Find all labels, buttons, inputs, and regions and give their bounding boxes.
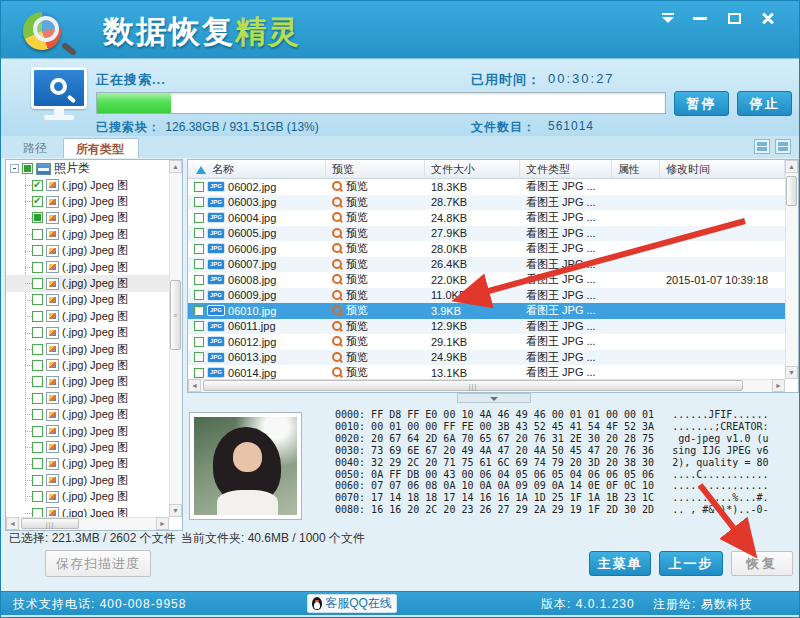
tree-item[interactable]: (.jpg) Jpeg 图 bbox=[6, 505, 169, 517]
tree-item[interactable]: (.jpg) Jpeg 图 bbox=[6, 308, 169, 324]
tree-item[interactable]: (.jpg) Jpeg 图 bbox=[6, 292, 169, 308]
tree-item-checkbox[interactable] bbox=[32, 229, 43, 240]
tree-item[interactable]: (.jpg) Jpeg 图 bbox=[6, 456, 169, 472]
tree-item-checkbox[interactable] bbox=[32, 508, 43, 518]
tree-collapse-icon[interactable] bbox=[10, 164, 19, 173]
file-checkbox[interactable] bbox=[194, 244, 204, 254]
tree-item-checkbox[interactable] bbox=[32, 376, 43, 387]
table-hscroll-thumb[interactable]: ||| bbox=[203, 380, 743, 391]
tree-item-checkbox[interactable] bbox=[32, 393, 43, 404]
tree-root-photos[interactable]: 照片类 bbox=[6, 160, 169, 177]
file-checkbox[interactable] bbox=[194, 197, 204, 207]
preview-cell[interactable]: 预览 bbox=[326, 303, 425, 319]
preview-link[interactable]: 预览 bbox=[346, 272, 368, 287]
file-row[interactable]: JPG06011.jpg预览12.9KB看图王 JPG ... bbox=[188, 319, 785, 335]
detail-view-icon[interactable] bbox=[775, 139, 791, 154]
preview-cell[interactable]: 预览 bbox=[326, 288, 425, 304]
tree-item-checkbox[interactable] bbox=[32, 311, 43, 322]
file-row[interactable]: JPG06012.jpg预览29.1KB看图王 JPG ... bbox=[188, 334, 785, 350]
table-vscroll-thumb[interactable] bbox=[786, 176, 797, 206]
preview-cell[interactable]: 预览 bbox=[326, 241, 425, 257]
tree-item-checkbox[interactable] bbox=[32, 212, 43, 223]
preview-cell[interactable]: 预览 bbox=[326, 257, 425, 273]
preview-cell[interactable]: 预览 bbox=[326, 365, 425, 379]
tree-item-checkbox[interactable] bbox=[32, 491, 43, 502]
file-row[interactable]: JPG06009.jpg预览11.0KB看图王 JPG ... bbox=[188, 288, 785, 304]
preview-link[interactable]: 预览 bbox=[346, 257, 368, 272]
tree-item-checkbox[interactable] bbox=[32, 294, 43, 305]
preview-link[interactable]: 预览 bbox=[346, 210, 368, 225]
tree-item-checkbox[interactable] bbox=[32, 344, 43, 355]
file-row[interactable]: JPG06010.jpg预览3.9KB看图王 JPG ... bbox=[188, 303, 785, 319]
tree-item[interactable]: (.jpg) Jpeg 图 bbox=[6, 226, 169, 242]
column-header-1[interactable]: 预览 bbox=[326, 160, 425, 179]
file-checkbox[interactable] bbox=[194, 368, 204, 378]
file-row[interactable]: JPG06007.jpg预览26.4KB看图王 JPG ... bbox=[188, 257, 785, 273]
file-row[interactable]: JPG06005.jpg预览27.9KB看图王 JPG ... bbox=[188, 226, 785, 242]
stop-button[interactable]: 停止 bbox=[737, 91, 792, 116]
tab-path[interactable]: 路径 bbox=[11, 138, 59, 158]
tree-item-checkbox[interactable] bbox=[32, 278, 43, 289]
tree-item-checkbox[interactable] bbox=[32, 409, 43, 420]
tree-root-checkbox[interactable] bbox=[22, 163, 33, 174]
minimize-icon[interactable] bbox=[691, 10, 709, 26]
file-row[interactable]: JPG06008.jpg预览22.0KB看图王 JPG ...2015-01-0… bbox=[188, 272, 785, 288]
recover-button[interactable]: 恢复 bbox=[731, 551, 793, 576]
tree-item[interactable]: (.jpg) Jpeg 图 bbox=[6, 325, 169, 341]
file-row[interactable]: JPG06013.jpg预览24.9KB看图王 JPG ... bbox=[188, 350, 785, 366]
file-checkbox[interactable] bbox=[194, 259, 204, 269]
qq-support-button[interactable]: 客服QQ在线 bbox=[307, 594, 397, 613]
tree-item-checkbox[interactable] bbox=[32, 442, 43, 453]
tree-item[interactable]: (.jpg) Jpeg 图 bbox=[6, 210, 169, 226]
file-row[interactable]: JPG06003.jpg预览28.7KB看图王 JPG ... bbox=[188, 195, 785, 211]
tree-item-checkbox[interactable] bbox=[32, 180, 43, 191]
tree-item-checkbox[interactable] bbox=[32, 327, 43, 338]
tree-item[interactable]: (.jpg) Jpeg 图 bbox=[6, 472, 169, 488]
preview-cell[interactable]: 预览 bbox=[326, 179, 425, 195]
file-row[interactable]: JPG06004.jpg预览24.8KB看图王 JPG ... bbox=[188, 210, 785, 226]
preview-cell[interactable]: 预览 bbox=[326, 319, 425, 335]
tree-item[interactable]: (.jpg) Jpeg 图 bbox=[6, 259, 169, 275]
tree-item-checkbox[interactable] bbox=[32, 426, 43, 437]
back-button[interactable]: 上一步 bbox=[659, 551, 723, 576]
tree-vscroll-thumb[interactable]: ≡ bbox=[170, 280, 181, 350]
preview-cell[interactable]: 预览 bbox=[326, 226, 425, 242]
file-checkbox[interactable] bbox=[194, 228, 204, 238]
preview-cell[interactable]: 预览 bbox=[326, 334, 425, 350]
preview-link[interactable]: 预览 bbox=[346, 195, 368, 210]
file-checkbox[interactable] bbox=[194, 352, 204, 362]
maximize-icon[interactable] bbox=[725, 10, 743, 26]
tree-item-checkbox[interactable] bbox=[32, 360, 43, 371]
preview-link[interactable]: 预览 bbox=[346, 334, 368, 349]
column-header-4[interactable]: 属性 bbox=[612, 160, 660, 179]
preview-cell[interactable]: 预览 bbox=[326, 210, 425, 226]
tree-item[interactable]: (.jpg) Jpeg 图 bbox=[6, 439, 169, 455]
column-header-0[interactable]: 名称 bbox=[188, 160, 326, 179]
tree-item[interactable]: (.jpg) Jpeg 图 bbox=[6, 193, 169, 209]
tree-item[interactable]: (.jpg) Jpeg 图 bbox=[6, 275, 169, 291]
tree-item[interactable]: (.jpg) Jpeg 图 bbox=[6, 406, 169, 422]
tree-item[interactable]: (.jpg) Jpeg 图 bbox=[6, 374, 169, 390]
file-checkbox[interactable] bbox=[194, 213, 204, 223]
tree-item-checkbox[interactable] bbox=[32, 458, 43, 469]
preview-link[interactable]: 预览 bbox=[346, 319, 368, 334]
preview-link[interactable]: 预览 bbox=[346, 303, 368, 318]
file-checkbox[interactable] bbox=[194, 290, 204, 300]
preview-link[interactable]: 预览 bbox=[346, 288, 368, 303]
tree-item-checkbox[interactable] bbox=[32, 262, 43, 273]
tree-item-checkbox[interactable] bbox=[32, 245, 43, 256]
file-row[interactable]: JPG06006.jpg预览28.0KB看图王 JPG ... bbox=[188, 241, 785, 257]
preview-link[interactable]: 预览 bbox=[346, 350, 368, 365]
tree-item[interactable]: (.jpg) Jpeg 图 bbox=[6, 341, 169, 357]
file-checkbox[interactable] bbox=[194, 337, 204, 347]
tree-item[interactable]: (.jpg) Jpeg 图 bbox=[6, 488, 169, 504]
tree-item[interactable]: (.jpg) Jpeg 图 bbox=[6, 243, 169, 259]
tree-scroll-up-icon[interactable]: ▲ bbox=[169, 160, 182, 173]
preview-link[interactable]: 预览 bbox=[346, 226, 368, 241]
tree-scroll-down-icon[interactable]: ▼ bbox=[169, 504, 182, 517]
preview-link[interactable]: 预览 bbox=[346, 365, 368, 379]
file-checkbox[interactable] bbox=[194, 321, 204, 331]
preview-link[interactable]: 预览 bbox=[346, 179, 368, 194]
preview-cell[interactable]: 预览 bbox=[326, 272, 425, 288]
column-header-2[interactable]: 文件大小 bbox=[425, 160, 520, 179]
